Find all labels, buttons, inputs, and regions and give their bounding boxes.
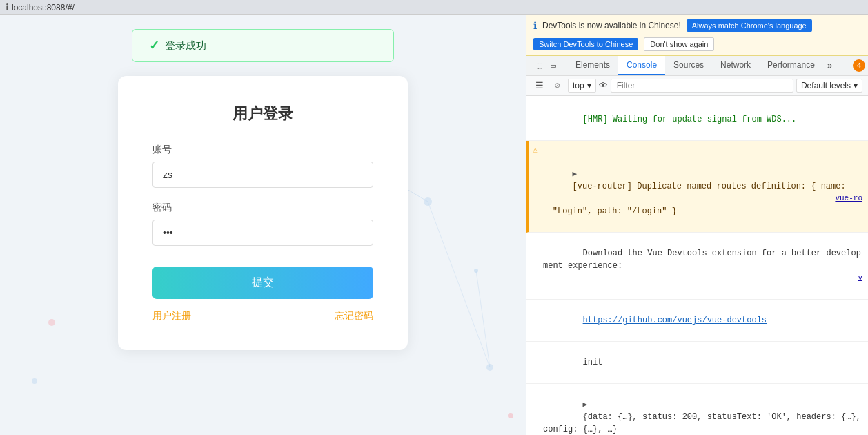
svg-point-5	[48, 319, 55, 326]
form-links: 用户注册 忘记密码	[152, 310, 373, 322]
password-input[interactable]	[152, 220, 373, 246]
submit-button[interactable]: 提交	[152, 267, 373, 299]
tab-elements[interactable]: Elements	[567, 56, 618, 75]
account-input[interactable]	[152, 162, 373, 188]
tab-network[interactable]: Network	[712, 56, 759, 75]
devtools-left-icons: ⬚ ▭	[529, 57, 564, 75]
expand-object[interactable]: ▶	[583, 400, 588, 409]
match-language-button[interactable]: Always match Chrome's language	[687, 19, 812, 32]
register-link[interactable]: 用户注册	[152, 310, 191, 322]
check-icon: ✓	[149, 38, 159, 53]
dont-show-button[interactable]: Don't show again	[644, 37, 714, 51]
vue-devtools-link-ref[interactable]: v	[858, 272, 862, 284]
levels-selector[interactable]: Default levels ▾	[796, 79, 862, 93]
forgot-password-link[interactable]: 忘记密码	[335, 310, 373, 322]
devtools-info-bar: ℹ DevTools is now available in Chinese! …	[526, 15, 868, 56]
expand-warning[interactable]: ▶	[573, 170, 578, 178]
web-page: ✓ 登录成功 用户登录 账号 密码 提交 用户注册 忘记密码	[0, 15, 526, 435]
console-line-devtools-info: Download the Vue Devtools extension for …	[526, 233, 868, 300]
password-label: 密码	[152, 202, 373, 214]
context-dropdown-arrow: ▾	[587, 81, 591, 90]
vue-router-link[interactable]: vue-ro	[835, 193, 862, 204]
account-group: 账号	[152, 144, 373, 188]
password-group: 密码	[152, 202, 373, 246]
console-line-warning: ⚠ ▶ [vue-router] Duplicate named routes …	[526, 141, 868, 233]
devtools-info-badge: ℹ	[533, 20, 537, 32]
sidebar-toggle-icon[interactable]: ☰	[532, 78, 547, 93]
toast-text: 登录成功	[165, 39, 206, 52]
console-line-devtools-url[interactable]: https://github.com/vuejs/vue-devtools	[526, 300, 868, 342]
warning-badge: 4	[853, 59, 865, 72]
tab-sources[interactable]: Sources	[665, 56, 712, 75]
eye-icon[interactable]: 👁	[599, 81, 608, 91]
clear-console-icon[interactable]: ⊘	[550, 78, 565, 93]
top-label: top	[573, 81, 584, 90]
devtools-panel: ℹ DevTools is now available in Chinese! …	[526, 15, 868, 435]
main-layout: ✓ 登录成功 用户登录 账号 密码 提交 用户注册 忘记密码 ℹ	[0, 15, 868, 435]
svg-point-6	[32, 378, 37, 384]
svg-point-4	[508, 413, 513, 418]
context-selector[interactable]: top ▾	[568, 79, 596, 93]
console-line-object: ▶ {data: {…}, status: 200, statusText: '…	[526, 384, 868, 435]
filter-input[interactable]	[611, 79, 793, 93]
tab-console[interactable]: Console	[618, 56, 665, 75]
console-line-init: init	[526, 342, 868, 384]
info-icon: ℹ	[6, 2, 9, 12]
login-title: 用户登录	[152, 104, 373, 124]
levels-arrow: ▾	[854, 81, 858, 90]
account-label: 账号	[152, 144, 373, 156]
browser-bar: ℹ localhost:8088/#/	[0, 0, 868, 15]
console-content: [HMR] Waiting for update signal from WDS…	[526, 96, 868, 435]
tab-performance[interactable]: Performance	[759, 56, 823, 75]
console-toolbar: ☰ ⊘ top ▾ 👁 Default levels ▾	[526, 76, 868, 96]
warning-icon: ⚠	[533, 144, 538, 157]
device-icon[interactable]: ▭	[547, 59, 560, 72]
switch-devtools-button[interactable]: Switch DevTools to Chinese	[533, 38, 638, 50]
svg-line-8	[428, 202, 490, 367]
devtools-tabs-bar: ⬚ ▭ Elements Console Sources Network Per…	[526, 56, 868, 76]
success-toast: ✓ 登录成功	[132, 29, 394, 62]
devtools-info-text: DevTools is now available in Chinese!	[542, 21, 681, 30]
levels-label: Default levels	[801, 81, 851, 90]
devtools-url-link[interactable]: https://github.com/vuejs/vue-devtools	[583, 316, 767, 325]
url-display: localhost:8088/#/	[12, 3, 75, 12]
login-card: 用户登录 账号 密码 提交 用户注册 忘记密码	[118, 76, 408, 350]
more-tabs-icon[interactable]: »	[823, 58, 837, 74]
console-line-hmr: [HMR] Waiting for update signal from WDS…	[526, 99, 868, 141]
inspect-icon[interactable]: ⬚	[533, 59, 546, 72]
svg-line-9	[476, 271, 490, 367]
